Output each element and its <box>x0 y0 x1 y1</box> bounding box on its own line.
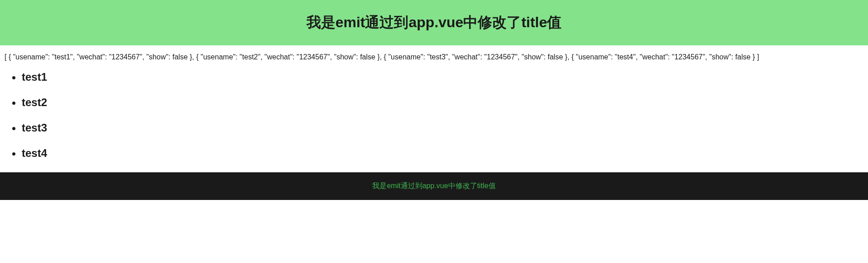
list-item: test1 <box>22 71 868 83</box>
page-title: 我是emit通过到app.vue中修改了title值 <box>0 13 868 33</box>
header-banner: 我是emit通过到app.vue中修改了title值 <box>0 0 868 45</box>
user-list: test1 test2 test3 test4 <box>0 71 868 160</box>
footer-banner: 我是emit通过到app.vue中修改了title值 <box>0 172 868 200</box>
footer-text: 我是emit通过到app.vue中修改了title值 <box>372 182 495 190</box>
list-item: test2 <box>22 96 868 109</box>
list-item: test4 <box>22 147 868 160</box>
json-data-display: [ { "usename": "test1", "wechat": "12345… <box>0 52 868 63</box>
list-item: test3 <box>22 122 868 134</box>
